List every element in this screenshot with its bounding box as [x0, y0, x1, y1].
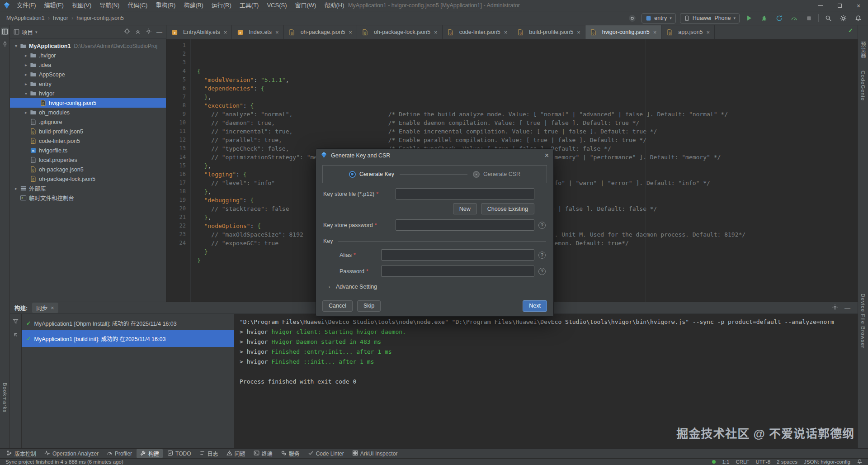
- project-title[interactable]: 项目 ▾: [14, 28, 38, 36]
- advance-setting-toggle[interactable]: › Advance Setting: [326, 284, 546, 290]
- tree-item[interactable]: {}oh-package-lock.json5: [10, 174, 166, 184]
- tree-item[interactable]: {}oh-package.json5: [10, 165, 166, 174]
- maximize-button[interactable]: [830, 0, 849, 11]
- tab-close-icon[interactable]: ×: [434, 29, 438, 36]
- tree-item[interactable]: tshvigorfile.ts: [10, 146, 166, 155]
- editor-tab[interactable]: {}oh-package-lock.json5×: [357, 25, 443, 39]
- debug-button[interactable]: [759, 13, 769, 23]
- menu-item[interactable]: 构建(B): [179, 0, 207, 11]
- hide-panel-icon[interactable]: —: [156, 28, 162, 35]
- chevron-icon[interactable]: ▸: [23, 81, 29, 86]
- tab-close-icon[interactable]: ×: [349, 29, 352, 36]
- notifications-bell-icon[interactable]: [853, 13, 863, 23]
- keystore-password-input[interactable]: [396, 219, 534, 231]
- tab-close-icon[interactable]: ×: [707, 29, 710, 36]
- settings-gear-icon[interactable]: [838, 13, 849, 23]
- run-button[interactable]: [744, 13, 755, 23]
- breadcrumb-item[interactable]: MyApplication1: [6, 15, 45, 21]
- step-generate-key[interactable]: Generate Key: [349, 171, 394, 178]
- menu-item[interactable]: 工具(T): [236, 0, 263, 11]
- module-selector[interactable]: entry ▾: [642, 13, 675, 24]
- editor-tab[interactable]: {}hvigor-config.json5×: [585, 25, 662, 39]
- inspections-ok-icon[interactable]: ✓: [844, 27, 858, 34]
- help-icon[interactable]: ?: [538, 268, 546, 275]
- rerun-icon[interactable]: [13, 332, 19, 339]
- collapse-all-icon[interactable]: [135, 28, 141, 36]
- menu-item[interactable]: 编辑(E): [40, 0, 68, 11]
- tree-item[interactable]: ▾MyApplication1D:\Users\Admin\DevEcoStud…: [10, 41, 166, 51]
- chevron-icon[interactable]: ▸: [23, 110, 29, 115]
- stripe-item-previewer[interactable]: 预览器: [859, 42, 867, 59]
- tree-item[interactable]: ▸.hvigor: [10, 51, 166, 60]
- editor-tab[interactable]: {}oh-package.json5×: [284, 25, 357, 39]
- status-item[interactable]: 1:1: [722, 459, 729, 465]
- tab-sync[interactable]: 同步 ×: [32, 303, 58, 313]
- new-button[interactable]: New: [453, 203, 477, 214]
- status-item[interactable]: UTF-8: [755, 459, 770, 465]
- tool-window-button[interactable]: 日志: [196, 449, 222, 458]
- editor-tab[interactable]: eEntryAbility.ets×: [166, 25, 232, 39]
- alias-input[interactable]: [381, 249, 534, 261]
- project-stripe-icon[interactable]: [1, 28, 9, 35]
- menu-item[interactable]: 运行(R): [208, 0, 236, 11]
- status-item[interactable]: 2 spaces: [777, 459, 797, 465]
- close-button[interactable]: ×: [849, 0, 868, 11]
- tree-item[interactable]: ▾hvigor: [10, 89, 166, 98]
- build-task-row[interactable]: ✓MyApplication1 [build init]: 成功的 在2025/…: [22, 330, 234, 347]
- tool-window-button[interactable]: Profiler: [103, 449, 136, 458]
- tool-window-button[interactable]: 版本控制: [3, 449, 40, 458]
- profiler-button[interactable]: [788, 13, 799, 23]
- tool-window-button[interactable]: Operation Analyzer: [41, 449, 102, 458]
- help-icon[interactable]: ?: [538, 222, 546, 229]
- menu-item[interactable]: 重构(R): [151, 0, 179, 11]
- status-item[interactable]: JSON: hvigor-config: [804, 459, 850, 465]
- menu-item[interactable]: 视图(V): [68, 0, 95, 11]
- tab-close-icon[interactable]: ×: [653, 29, 657, 36]
- chevron-icon[interactable]: ▾: [13, 43, 19, 48]
- commit-stripe-icon[interactable]: [1, 40, 9, 47]
- menu-item[interactable]: 文件(F): [13, 0, 40, 11]
- tool-window-button[interactable]: 终端: [250, 449, 276, 458]
- menu-item[interactable]: 窗口(W): [291, 0, 321, 11]
- breadcrumb-item[interactable]: hvigor-config.json5: [76, 15, 124, 21]
- tool-window-button[interactable]: 问题: [223, 449, 249, 458]
- status-item[interactable]: CRLF: [736, 459, 749, 465]
- chevron-icon[interactable]: ▾: [23, 91, 29, 96]
- hide-build-icon[interactable]: —: [844, 304, 850, 311]
- build-task-row[interactable]: ✓MyApplication1 [Ohpm Install]: 成功的 在202…: [22, 316, 234, 330]
- tree-item[interactable]: ▸外部库: [10, 184, 166, 193]
- tool-window-button[interactable]: ArkUI Inspector: [349, 449, 401, 458]
- search-icon[interactable]: [823, 13, 834, 23]
- tool-window-button[interactable]: 服务: [277, 449, 303, 458]
- tree-item[interactable]: ▸.idea: [10, 60, 166, 70]
- dialog-close-icon[interactable]: ×: [545, 152, 549, 159]
- tab-close-icon[interactable]: ×: [275, 29, 279, 36]
- chevron-icon[interactable]: ▸: [23, 53, 29, 58]
- stripe-item-device-file-browser[interactable]: Device File Browser: [860, 294, 866, 348]
- tree-item[interactable]: ▸AppScope: [10, 70, 166, 79]
- tree-item[interactable]: local.properties: [10, 155, 166, 165]
- editor-tab[interactable]: {}build-profile.json5×: [512, 25, 585, 39]
- minimize-button[interactable]: [811, 0, 830, 11]
- tree-item[interactable]: {}code-linter.json5: [10, 136, 166, 146]
- tree-item[interactable]: 临时文件和控制台: [10, 193, 166, 203]
- tool-window-button[interactable]: TODO: [164, 449, 194, 458]
- tree-item[interactable]: ▸entry: [10, 79, 166, 89]
- tab-close-icon[interactable]: ×: [504, 29, 508, 36]
- tab-close-icon[interactable]: ×: [51, 305, 54, 311]
- cancel-button[interactable]: Cancel: [322, 300, 353, 312]
- step-generate-csr[interactable]: Generate CSR: [473, 171, 520, 178]
- breadcrumb-item[interactable]: hvigor: [53, 15, 68, 21]
- locate-file-icon[interactable]: [124, 28, 130, 36]
- keystore-file-input[interactable]: [396, 188, 534, 199]
- tree-item[interactable]: {}build-profile.json5: [10, 127, 166, 136]
- tree-item[interactable]: {}hvigor-config.json5: [10, 98, 166, 108]
- menu-item[interactable]: 代码(C): [123, 0, 151, 11]
- stripe-item-bookmarks[interactable]: Bookmarks: [2, 383, 8, 413]
- chevron-icon[interactable]: ▸: [23, 62, 29, 67]
- chevron-icon[interactable]: ▸: [23, 72, 29, 77]
- ide-settings-icon[interactable]: [627, 13, 637, 23]
- tab-close-icon[interactable]: ×: [577, 29, 580, 36]
- stop-button[interactable]: [803, 13, 814, 23]
- sync-button[interactable]: [774, 13, 784, 23]
